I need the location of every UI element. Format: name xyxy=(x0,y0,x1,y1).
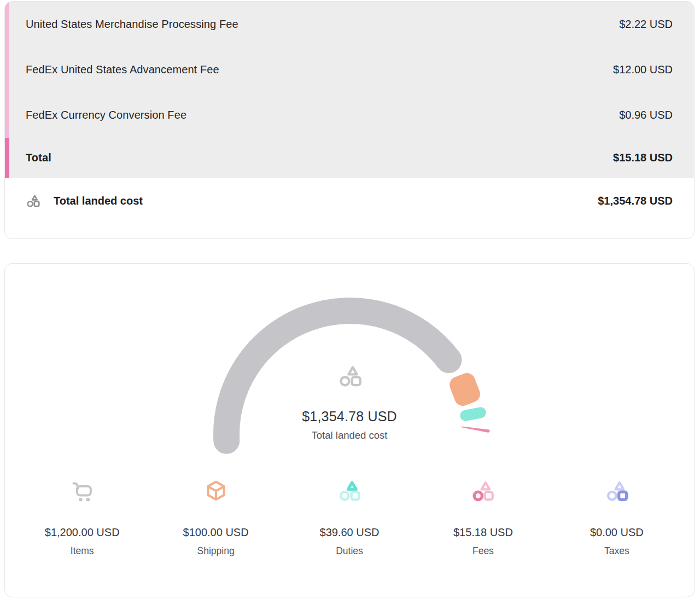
total-landed-cost-row: Total landed cost $1,354.78 USD xyxy=(5,178,694,213)
fee-total-amount: $15.18 USD xyxy=(613,152,673,164)
fee-row: FedEx Currency Conversion Fee$0.96 USD xyxy=(5,92,694,138)
fees-shapes-icon xyxy=(471,479,495,503)
fee-table-rows: United States Merchandise Processing Fee… xyxy=(5,2,694,138)
summary-amount: $39.60 USD xyxy=(320,526,380,539)
fee-total-label: Total xyxy=(26,152,51,164)
fee-row-label: FedEx Currency Conversion Fee xyxy=(26,109,186,121)
summary-col-duties: $39.60 USDDuties xyxy=(283,479,416,557)
fee-row: FedEx United States Advancement Fee$12.0… xyxy=(5,47,694,92)
summary-label: Items xyxy=(71,545,94,557)
landed-cost-icon xyxy=(337,364,363,389)
fee-row-label: FedEx United States Advancement Fee xyxy=(26,63,219,76)
fee-row-amount: $2.22 USD xyxy=(619,18,673,31)
fee-row-amount: $12.00 USD xyxy=(613,63,673,76)
summary-col-items: $1,200.00 USDItems xyxy=(15,479,149,557)
summary-amount: $1,200.00 USD xyxy=(45,526,120,539)
duties-shapes-icon xyxy=(337,479,361,503)
summary-col-taxes: $0.00 USDTaxes xyxy=(550,479,684,557)
landed-cost-icon xyxy=(26,194,40,208)
taxes-shapes-icon xyxy=(605,479,629,503)
cost-summary-row: $1,200.00 USDItems $100.00 USDShipping $… xyxy=(15,479,684,557)
summary-col-fees: $15.18 USDFees xyxy=(416,479,550,557)
summary-label: Fees xyxy=(472,545,494,557)
package-icon xyxy=(204,479,228,503)
fee-table: United States Merchandise Processing Fee… xyxy=(5,2,694,178)
fee-row-label: United States Merchandise Processing Fee xyxy=(26,18,238,31)
summary-amount: $0.00 USD xyxy=(590,526,644,539)
accent-stripe xyxy=(5,2,9,178)
cart-icon xyxy=(70,479,94,503)
gauge-segment-shipping xyxy=(447,371,483,409)
fee-breakdown-card: United States Merchandise Processing Fee… xyxy=(4,1,695,239)
gauge-total-label: Total landed cost xyxy=(5,429,694,441)
total-landed-cost-amount: $1,354.78 USD xyxy=(598,195,673,207)
accent-stripe-light xyxy=(5,2,9,138)
accent-stripe-dark xyxy=(5,138,9,178)
cost-gauge-card: $1,354.78 USD Total landed cost $1,200.0… xyxy=(4,263,695,597)
summary-amount: $100.00 USD xyxy=(183,526,249,539)
summary-label: Duties xyxy=(336,545,363,557)
total-landed-cost-label: Total landed cost xyxy=(54,195,143,207)
summary-amount: $15.18 USD xyxy=(453,526,513,539)
fee-row-amount: $0.96 USD xyxy=(619,109,673,121)
fee-total-row: Total $15.18 USD xyxy=(5,138,694,178)
gauge-wrap: $1,354.78 USD Total landed cost $1,200.0… xyxy=(5,264,694,597)
summary-label: Shipping xyxy=(197,545,235,557)
summary-col-shipping: $100.00 USDShipping xyxy=(149,479,282,557)
fee-row: United States Merchandise Processing Fee… xyxy=(5,2,694,47)
gauge-total-value: $1,354.78 USD xyxy=(5,409,694,424)
summary-label: Taxes xyxy=(604,545,629,557)
